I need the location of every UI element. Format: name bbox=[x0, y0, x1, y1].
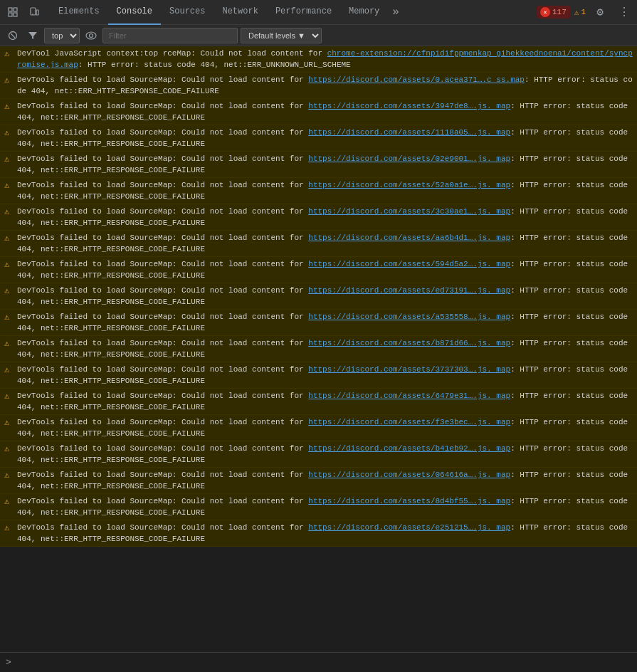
log-text: DevTools failed to load SourceMap: Could… bbox=[17, 443, 633, 466]
log-text: DevTools failed to load SourceMap: Could… bbox=[17, 495, 633, 518]
tab-network[interactable]: Network bbox=[214, 0, 266, 25]
more-options-button[interactable]: ⋮ bbox=[614, 2, 634, 22]
log-entry: ⚠DevTools failed to load SourceMap: Coul… bbox=[0, 257, 637, 283]
log-entry: ⚠DevTools failed to load SourceMap: Coul… bbox=[0, 204, 637, 231]
warning-icon: ⚠ bbox=[4, 338, 9, 349]
log-text: DevTools failed to load SourceMap: Could… bbox=[17, 364, 633, 387]
settings-button[interactable]: ⚙ bbox=[590, 2, 610, 22]
log-entry: ⚠DevTools failed to load SourceMap: Coul… bbox=[0, 520, 637, 547]
log-link[interactable]: https://discord.com/assets/1118a05….js. … bbox=[308, 128, 510, 137]
log-link[interactable]: https://discord.com/assets/b41eb92….js. … bbox=[308, 444, 510, 453]
log-link[interactable]: https://discord.com/assets/e251215….js. … bbox=[308, 523, 510, 532]
log-text: DevTools failed to load SourceMap: Could… bbox=[17, 311, 633, 334]
warning-icon: ⚠ bbox=[4, 233, 9, 243]
log-text: DevTools failed to load SourceMap: Could… bbox=[17, 258, 633, 281]
log-text: DevTools failed to load SourceMap: Could… bbox=[17, 285, 633, 308]
log-entry: ⚠DevTools failed to load SourceMap: Coul… bbox=[0, 415, 637, 441]
tab-bar: Elements Console Sources Network Perform… bbox=[0, 0, 637, 25]
filter-icon bbox=[24, 27, 41, 44]
console-output[interactable]: ⚠DevTool JavaScript context:top rceMap: … bbox=[0, 46, 637, 652]
warning-icon: ⚠ bbox=[4, 206, 9, 217]
log-levels-selector[interactable]: Default levels ▼ bbox=[241, 28, 322, 43]
log-entry: ⚠DevTools failed to load SourceMap: Coul… bbox=[0, 152, 637, 178]
warning-icon: ⚠ bbox=[4, 259, 9, 270]
error-x-icon: ✕ bbox=[540, 7, 550, 17]
log-entry: ⚠DevTools failed to load SourceMap: Coul… bbox=[0, 310, 637, 336]
warning-icon: ⚠ bbox=[4, 180, 9, 191]
log-text: DevTools failed to load SourceMap: Could… bbox=[17, 232, 633, 255]
filter-input[interactable] bbox=[102, 28, 238, 43]
tab-bar-right: ✕ 117 ⚠ 1 ⚙ ⋮ bbox=[537, 2, 634, 22]
console-input-field[interactable] bbox=[16, 658, 631, 667]
log-link[interactable]: https://discord.com/assets/52a0a1e….js. … bbox=[308, 181, 510, 189]
log-text: DevTools failed to load SourceMap: Could… bbox=[17, 127, 633, 149]
log-text: DevTools failed to load SourceMap: Could… bbox=[17, 337, 633, 360]
tab-memory[interactable]: Memory bbox=[340, 0, 388, 25]
log-entry: ⚠DevTools failed to load SourceMap: Coul… bbox=[0, 362, 637, 389]
warning-icon: ⚠ bbox=[4, 154, 9, 164]
log-link[interactable]: https://discord.com/assets/3c30ae1….js. … bbox=[308, 207, 510, 216]
log-entry: ⚠DevTools failed to load SourceMap: Coul… bbox=[0, 389, 637, 415]
warning-icon: ⚠ bbox=[4, 417, 9, 428]
log-link[interactable]: https://discord.com/assets/594d5a2….js. … bbox=[308, 260, 510, 268]
log-entry: ⚠DevTools failed to load SourceMap: Coul… bbox=[0, 99, 637, 125]
svg-point-10 bbox=[90, 33, 93, 37]
log-link[interactable]: https://discord.com/assets/3947de8….js. … bbox=[308, 102, 510, 110]
log-link[interactable]: chrome-extension://cfnpidifppmenkap gihe… bbox=[17, 49, 633, 69]
log-link[interactable]: https://discord.com/assets/f3e3bec….js. … bbox=[308, 418, 510, 426]
warning-icon: ⚠ bbox=[4, 391, 9, 401]
svg-rect-2 bbox=[9, 13, 12, 16]
warning-icon: ⚠ bbox=[4, 523, 9, 533]
warning-icon: ⚠ bbox=[4, 285, 9, 296]
log-entry: ⚠DevTools failed to load SourceMap: Coul… bbox=[0, 125, 637, 152]
log-entry: ⚠DevTools failed to load SourceMap: Coul… bbox=[0, 283, 637, 310]
log-link[interactable]: https://discord.com/assets/3737303….js. … bbox=[308, 365, 510, 374]
log-entry: ⚠DevTool JavaScript context:top rceMap: … bbox=[0, 46, 637, 73]
devtools-window: Elements Console Sources Network Perform… bbox=[0, 0, 637, 672]
warning-count-badge[interactable]: ⚠ 1 bbox=[574, 8, 586, 17]
clear-console-button[interactable] bbox=[4, 27, 21, 44]
warning-icon: ⚠ bbox=[4, 48, 9, 59]
warning-icon: ⚠ bbox=[4, 364, 9, 375]
log-text: DevTools failed to load SourceMap: Could… bbox=[17, 206, 633, 229]
warning-icon: ⚠ bbox=[4, 496, 9, 507]
tab-bar-left-icons bbox=[3, 2, 44, 22]
log-entry: ⚠DevTools failed to load SourceMap: Coul… bbox=[0, 468, 637, 494]
log-link[interactable]: https://discord.com/assets/02e9001….js. … bbox=[308, 154, 510, 163]
tab-console[interactable]: Console bbox=[108, 0, 161, 25]
tab-performance[interactable]: Performance bbox=[267, 0, 340, 25]
context-selector[interactable]: top bbox=[44, 28, 80, 43]
log-link[interactable]: https://discord.com/assets/064616a….js. … bbox=[308, 471, 510, 479]
log-entry: ⚠DevTools failed to load SourceMap: Coul… bbox=[0, 441, 637, 468]
log-link[interactable]: https://discord.com/assets/8d4bf55….js. … bbox=[308, 497, 510, 505]
console-prompt-icon: > bbox=[6, 657, 11, 668]
log-entry: ⚠DevTools failed to load SourceMap: Coul… bbox=[0, 231, 637, 257]
log-entry: ⚠DevTools failed to load SourceMap: Coul… bbox=[0, 178, 637, 204]
log-link[interactable]: https://discord.com/assets/0.acea371….c … bbox=[308, 75, 525, 84]
inspect-element-button[interactable] bbox=[3, 2, 23, 22]
log-text: DevTools failed to load SourceMap: Could… bbox=[17, 179, 633, 202]
error-count-badge[interactable]: ✕ 117 bbox=[537, 6, 570, 19]
log-link[interactable]: https://discord.com/assets/ed73191….js. … bbox=[308, 286, 510, 295]
log-link[interactable]: https://discord.com/assets/6479e31….js. … bbox=[308, 392, 510, 400]
warning-icon: ⚠ bbox=[4, 470, 9, 481]
svg-rect-5 bbox=[36, 10, 38, 15]
log-text: DevTools failed to load SourceMap: Could… bbox=[17, 153, 633, 176]
tab-more-button[interactable]: » bbox=[388, 0, 404, 25]
tab-elements[interactable]: Elements bbox=[50, 0, 108, 25]
device-toggle-button[interactable] bbox=[24, 2, 44, 22]
tab-sources[interactable]: Sources bbox=[161, 0, 214, 25]
warning-icon: ⚠ bbox=[4, 312, 9, 322]
svg-rect-0 bbox=[9, 8, 12, 11]
svg-rect-3 bbox=[14, 13, 17, 16]
svg-point-9 bbox=[86, 32, 96, 39]
log-link[interactable]: https://discord.com/assets/a535558….js. … bbox=[308, 313, 510, 321]
log-link[interactable]: https://discord.com/assets/aa6b4d1….js. … bbox=[308, 233, 510, 242]
log-link[interactable]: https://discord.com/assets/b871d66….js. … bbox=[308, 339, 510, 347]
warning-icon: ⚠ bbox=[4, 75, 9, 85]
log-text: DevTools failed to load SourceMap: Could… bbox=[17, 469, 633, 492]
log-text: DevTools failed to load SourceMap: Could… bbox=[17, 416, 633, 439]
log-text: DevTools failed to load SourceMap: Could… bbox=[17, 390, 633, 413]
hide-network-button[interactable] bbox=[83, 27, 100, 44]
warning-triangle-icon: ⚠ bbox=[574, 8, 579, 17]
